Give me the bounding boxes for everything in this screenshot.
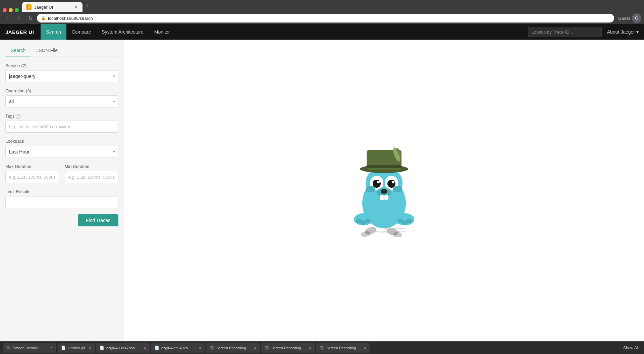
- tab-json-file[interactable]: JSON File: [31, 45, 63, 56]
- traffic-light-green[interactable]: [15, 8, 19, 12]
- tags-input[interactable]: [5, 121, 118, 133]
- svg-point-12: [392, 181, 394, 183]
- address-text: localhost:16686/search: [48, 16, 93, 21]
- nav-item-search[interactable]: Search: [41, 24, 66, 40]
- taskbar-item-icon-ezgif-1: 📄: [100, 346, 104, 350]
- find-traces-button-row: Find Traces: [5, 214, 118, 226]
- right-content-area: Logo by Lev Polyakov www.polyakerproduct…: [124, 40, 644, 341]
- mascot-area: Logo by Lev Polyakov www.polyakerproduct…: [340, 143, 428, 238]
- show-all-button[interactable]: Show All: [621, 346, 641, 350]
- operation-select[interactable]: all get post: [5, 95, 118, 107]
- limit-results-form-group: Limit Results 20: [5, 189, 118, 208]
- taskbar-item-icon-screen-recording-mov: 🎬: [6, 346, 11, 350]
- profile-button[interactable]: G: [632, 13, 641, 23]
- taskbar-item-ezgif-1[interactable]: 📄 ezgif-4-14c47aab....gif ∧: [96, 343, 150, 353]
- app-logo: JAEGER UI: [5, 29, 34, 35]
- nav-item-system-architecture[interactable]: System Architecture: [96, 24, 149, 40]
- duration-row: Max Duration Min Duration: [5, 164, 118, 183]
- svg-point-18: [366, 186, 375, 192]
- taskbar-item-icon-screen-recording-gif-3: 🎬: [320, 346, 324, 350]
- taskbar-close-icon-7[interactable]: ∧: [364, 346, 367, 350]
- svg-text:www.polyakerproductions.com: www.polyakerproductions.com: [374, 230, 406, 233]
- taskbar-item-screen-recording-gif-1[interactable]: 🎬 Screen Recording....gif ∧: [206, 343, 260, 353]
- taskbar-close-icon-6[interactable]: ∧: [309, 346, 312, 350]
- operation-label: Operation (3): [5, 88, 118, 93]
- svg-point-10: [387, 180, 395, 188]
- traffic-light-yellow[interactable]: [9, 8, 13, 12]
- taskbar-item-icon-ezgif-2: 📄: [155, 346, 159, 350]
- svg-point-24: [365, 219, 371, 223]
- svg-point-9: [373, 180, 381, 188]
- tab-label: Jaeger UI: [34, 5, 53, 10]
- nav-item-compare[interactable]: Compare: [66, 24, 97, 40]
- lock-icon: 🔒: [41, 16, 46, 20]
- taskbar-item-icon-untitled-gif: 📄: [61, 346, 66, 350]
- address-bar[interactable]: 🔒 localhost:16686/search: [37, 14, 614, 23]
- back-button[interactable]: ‹: [3, 13, 12, 23]
- nav-item-monitor[interactable]: Monitor: [149, 24, 175, 40]
- duration-form-group: Max Duration Min Duration: [5, 164, 118, 183]
- taskbar-item-screen-recording-gif-3[interactable]: 🎬 Screen Recording....gif ∧: [316, 343, 370, 353]
- max-duration-input[interactable]: [5, 171, 59, 183]
- lookup-trace-id-input[interactable]: [528, 27, 602, 37]
- min-duration-input[interactable]: [65, 171, 119, 183]
- tags-label: Tags ?: [5, 114, 118, 119]
- find-traces-button[interactable]: Find Traces: [78, 214, 118, 226]
- search-panel: Search JSON File Service (2) jaeger-quer…: [0, 40, 124, 341]
- tab-bar: J Jaeger UI ✕ +: [0, 0, 644, 12]
- taskbar-item-screen-recording-mov[interactable]: 🎬 Screen Recordi....mov ∧: [3, 343, 56, 353]
- taskbar-item-ezgif-2[interactable]: 📄 ezgif-4-cb6482b....gif ∧: [151, 343, 205, 353]
- lookback-label: Lookback: [5, 139, 118, 144]
- taskbar-close-icon-2[interactable]: ∧: [89, 346, 92, 350]
- tab-search[interactable]: Search: [5, 45, 31, 56]
- min-duration-label: Min Duration: [65, 164, 119, 169]
- mascot-svg: Logo by Lev Polyakov www.polyakerproduct…: [340, 143, 428, 237]
- svg-rect-4: [367, 165, 401, 168]
- reload-button[interactable]: ↻: [25, 13, 35, 23]
- taskbar-item-icon-screen-recording-gif-1: 🎬: [210, 346, 214, 350]
- tags-form-group: Tags ?: [5, 114, 118, 133]
- svg-rect-15: [380, 195, 384, 200]
- svg-point-11: [377, 181, 380, 183]
- taskbar-close-icon-4[interactable]: ∧: [199, 346, 202, 350]
- browser-chrome: J Jaeger UI ✕ + ‹ › ↻ 🔒 localhost:16686/…: [0, 0, 644, 24]
- taskbar-item-icon-screen-recording-gif-2: 🎬: [265, 346, 269, 350]
- service-form-group: Service (2) jaeger-query jaeger-collecto…: [5, 63, 118, 82]
- service-label: Service (2): [5, 63, 118, 68]
- limit-results-label: Limit Results: [5, 189, 118, 194]
- svg-point-14: [381, 189, 387, 194]
- min-duration-group: Min Duration: [65, 164, 119, 183]
- taskbar: 🎬 Screen Recordi....mov ∧ 📄 Untitled.gif…: [0, 341, 644, 354]
- tags-help-icon[interactable]: ?: [16, 114, 20, 119]
- lookback-select[interactable]: Last Hour Last 2 Hours Last 3 Hours Last…: [5, 146, 118, 158]
- operation-form-group: Operation (3) all get post: [5, 88, 118, 107]
- limit-results-input[interactable]: 20: [5, 196, 118, 208]
- svg-point-19: [393, 186, 402, 192]
- lookback-select-wrapper: Last Hour Last 2 Hours Last 3 Hours Last…: [5, 146, 118, 158]
- svg-point-27: [406, 219, 412, 223]
- max-duration-label: Max Duration: [5, 164, 59, 169]
- service-select[interactable]: jaeger-query jaeger-collector: [5, 70, 118, 82]
- service-select-wrapper: jaeger-query jaeger-collector: [5, 70, 118, 82]
- svg-rect-16: [384, 195, 388, 200]
- about-jaeger-button[interactable]: About Jaeger ▾: [607, 29, 639, 35]
- tab-close-button[interactable]: ✕: [73, 4, 78, 10]
- taskbar-close-icon-5[interactable]: ∧: [254, 346, 257, 350]
- taskbar-close-icon-3[interactable]: ∧: [144, 346, 147, 350]
- browser-toolbar: ‹ › ↻ 🔒 localhost:16686/search Guest G: [0, 12, 644, 24]
- lookback-form-group: Lookback Last Hour Last 2 Hours Last 3 H…: [5, 139, 118, 158]
- taskbar-item-untitled-gif[interactable]: 📄 Untitled.gif ∧: [58, 343, 95, 353]
- panel-tab-bar: Search JSON File: [5, 45, 118, 56]
- new-tab-button[interactable]: +: [83, 1, 93, 11]
- svg-text:Logo by Lev Polyakov: Logo by Lev Polyakov: [383, 227, 406, 230]
- browser-tab-active[interactable]: J Jaeger UI ✕: [22, 2, 83, 12]
- forward-button[interactable]: ›: [14, 13, 23, 23]
- operation-select-wrapper: all get post: [5, 95, 118, 107]
- max-duration-group: Max Duration: [5, 164, 59, 183]
- app-nav: JAEGER UI Search Compare System Architec…: [0, 24, 644, 40]
- main-content: Search JSON File Service (2) jaeger-quer…: [0, 40, 644, 341]
- taskbar-close-icon[interactable]: ∧: [50, 346, 53, 350]
- tab-favicon: J: [26, 4, 32, 10]
- taskbar-item-screen-recording-gif-2[interactable]: 🎬 Screen Recording....gif ∧: [261, 343, 315, 353]
- traffic-light-red[interactable]: [3, 8, 7, 12]
